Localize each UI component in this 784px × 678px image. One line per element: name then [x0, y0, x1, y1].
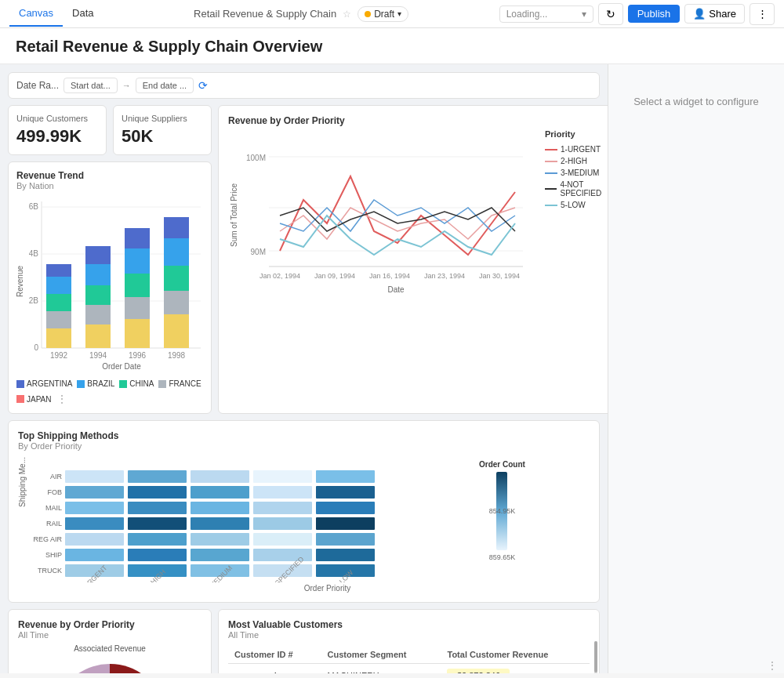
svg-text:4B: 4B [29, 249, 39, 258]
svg-rect-56 [128, 470, 187, 483]
svg-rect-67 [191, 502, 249, 514]
svg-text:Jan 30, 1994: Jan 30, 1994 [479, 272, 520, 280]
svg-text:1996: 1996 [129, 351, 147, 360]
customers-subtitle: All Time [228, 630, 590, 640]
filter-start-button[interactable]: Start dat... [64, 78, 118, 93]
tab-data[interactable]: Data [63, 1, 103, 27]
loading-select[interactable]: Loading... ▾ [499, 5, 593, 23]
nation-brazil-label: BRAZIL [87, 379, 114, 388]
svg-rect-73 [253, 517, 312, 530]
svg-text:Revenue: Revenue [16, 266, 24, 297]
svg-rect-24 [164, 314, 189, 348]
line-chart-svg: 100M 90M [241, 129, 539, 302]
unique-customers-label: Unique Customers [16, 114, 98, 123]
legend-scroll-icon[interactable]: ⋮ [56, 393, 67, 405]
svg-rect-18 [85, 246, 111, 264]
revenue-trend-title: Revenue Trend [16, 170, 203, 181]
svg-text:1998: 1998 [168, 351, 186, 360]
svg-rect-75 [65, 533, 124, 546]
svg-rect-80 [65, 549, 124, 561]
col-total-revenue: Total Customer Revenue [441, 646, 590, 664]
svg-rect-59 [316, 470, 375, 483]
svg-rect-69 [316, 502, 375, 514]
unique-customers-value: 499.99K [16, 126, 98, 147]
priority-2-label: 2-HIGH [561, 157, 587, 165]
donut-title: Revenue by Order Priority [18, 619, 201, 630]
table-row: 4 MACHINERY $2,873,346 [228, 664, 590, 674]
svg-rect-66 [128, 502, 187, 514]
priority-4-label: 4-NOT SPECIFIED [560, 180, 608, 198]
svg-text:100M: 100M [246, 154, 266, 162]
col-customer-segment: Customer Segment [321, 646, 441, 664]
svg-rect-63 [253, 486, 312, 499]
svg-text:AIR: AIR [50, 473, 63, 480]
svg-rect-74 [316, 517, 375, 530]
filter-label: Date Ra... [16, 80, 59, 91]
loading-text: Loading... [506, 9, 548, 20]
svg-rect-62 [191, 486, 249, 499]
svg-text:1992: 1992 [50, 351, 68, 360]
svg-text:Jan 16, 1994: Jan 16, 1994 [369, 272, 410, 280]
refresh-button[interactable]: ↻ [598, 3, 623, 25]
share-icon: 👤 [693, 8, 706, 20]
unique-suppliers-label: Unique Suppliers [122, 114, 203, 123]
svg-rect-72 [191, 517, 249, 530]
heatmap-legend-title: Order Count [479, 460, 525, 469]
customers-data-table: Customer ID # Customer Segment Total Cus… [228, 646, 590, 673]
svg-rect-25 [164, 291, 189, 314]
share-button[interactable]: 👤 Share [684, 4, 745, 24]
publish-button[interactable]: Publish [628, 5, 681, 23]
revenue-4: $2,873,346 [441, 664, 590, 674]
svg-rect-70 [65, 517, 124, 530]
svg-text:Order Date: Order Date [102, 362, 141, 371]
filter-end-button[interactable]: End date ... [136, 78, 194, 93]
donut-chart-card: Revenue by Order Priority All Time Assoc… [8, 609, 212, 673]
revenue-trend-card: Revenue Trend By Nation 6B 4B 2B 0 [8, 161, 212, 414]
svg-rect-19 [125, 319, 150, 348]
svg-rect-12 [46, 277, 71, 294]
svg-text:Jan 02, 1994: Jan 02, 1994 [260, 272, 300, 280]
svg-rect-28 [164, 217, 189, 238]
svg-rect-10 [46, 311, 71, 328]
nation-japan-label: JAPAN [27, 395, 52, 404]
svg-rect-77 [191, 533, 249, 546]
loading-chevron-icon: ▾ [582, 9, 586, 20]
filter-arrow: → [122, 81, 131, 90]
donut-svg: 20.14% 19.76% 20.03% 20.09% 19.98% [43, 656, 176, 673]
svg-text:1994: 1994 [89, 351, 107, 360]
svg-rect-84 [316, 549, 375, 561]
svg-rect-14 [85, 324, 111, 348]
svg-text:FOB: FOB [47, 488, 62, 496]
svg-rect-58 [253, 470, 312, 483]
priority-5-label: 5-LOW [561, 201, 586, 209]
page-title: Retail Revenue & Supply Chain Overview [16, 38, 768, 56]
customers-table-card: Most Valuable Customers All Time Custome… [218, 609, 600, 673]
more-button[interactable]: ⋮ [750, 3, 775, 25]
star-icon[interactable]: ☆ [343, 9, 351, 20]
tab-canvas[interactable]: Canvas [9, 1, 63, 27]
svg-text:SHIP: SHIP [45, 551, 62, 559]
heatmap-card: Top Shipping Methods By Order Priority S… [8, 420, 600, 603]
donut-center-label: Associated Revenue [74, 644, 146, 653]
svg-rect-55 [65, 470, 124, 483]
heatmap-x-axis-label: Order Priority [18, 584, 590, 593]
svg-text:REG AIR: REG AIR [33, 535, 62, 543]
bar-chart-svg: 6B 4B 2B 0 [16, 195, 205, 375]
svg-rect-16 [85, 285, 111, 305]
draft-badge[interactable]: Draft ▾ [358, 6, 408, 22]
svg-text:Jan 23, 1994: Jan 23, 1994 [424, 272, 465, 280]
svg-rect-23 [125, 228, 150, 248]
nation-china-label: CHINA [129, 379, 154, 388]
customers-title: Most Valuable Customers [228, 619, 590, 630]
revenue-trend-subtitle: By Nation [16, 181, 203, 190]
svg-rect-57 [191, 470, 249, 483]
heatmap-legend-max: 859.65K [489, 553, 516, 561]
svg-rect-76 [128, 533, 187, 546]
svg-text:0: 0 [34, 343, 38, 352]
filter-refresh-icon[interactable]: ⟳ [198, 79, 208, 92]
svg-rect-13 [46, 264, 71, 277]
nation-argentina-label: ARGENTINA [27, 379, 72, 388]
filter-row: Date Ra... Start dat... → End date ... ⟳ [8, 72, 600, 99]
svg-text:RAIL: RAIL [46, 520, 62, 528]
svg-rect-22 [125, 248, 150, 274]
